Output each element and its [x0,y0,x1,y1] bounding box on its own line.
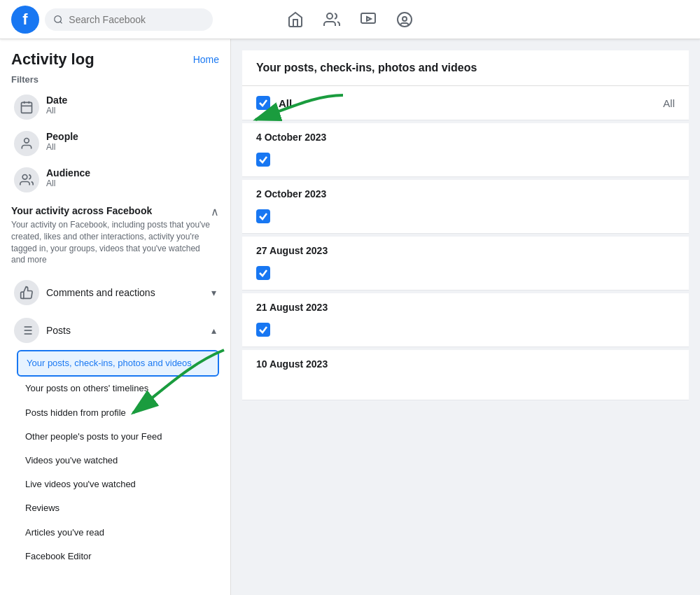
date-section-5: 10 August 2023 [242,347,689,400]
sub-item-articles[interactable]: Articles you've read [17,521,219,545]
filter-audience-text: Audience All [46,167,90,188]
date-section-3: 27 August 2023 [242,234,689,290]
nav-icons [279,3,421,36]
svg-point-0 [55,15,62,22]
comments-reactions-label: Comments and reactions [46,287,155,298]
main-layout: Activity log Home Filters Date All Peopl… [0,39,700,595]
posts-chevron: ▴ [211,325,216,336]
date-checkbox-1[interactable] [256,153,270,167]
sub-item-fb-editor[interactable]: Facebook Editor [17,545,219,568]
posts-sub-items: Your posts, check-ins, photos and videos… [11,350,219,568]
search-bar[interactable] [45,8,213,31]
watch-nav-button[interactable] [351,3,385,36]
profile-nav-button[interactable] [388,3,421,36]
top-nav: f [0,0,700,39]
all-label: All [279,97,292,109]
filter-people-text: People All [46,131,78,152]
date-checkbox-2[interactable] [256,209,270,223]
date-row-1 [242,146,689,177]
date-header-2: 2 October 2023 [242,180,689,202]
date-icon [14,94,39,120]
content-card: Your posts, check-ins, photos and videos… [242,50,689,400]
all-row-left: All [256,96,292,110]
sub-item-reviews[interactable]: Reviews [17,496,219,520]
section-title: Your posts, check-ins, photos and videos [242,50,689,86]
your-activity-desc: Your activity on Facebook, including pos… [11,219,211,266]
date-header-4: 21 August 2023 [242,293,689,316]
posts-category[interactable]: Posts ▴ [11,312,219,349]
comments-reactions-category[interactable]: Comments and reactions ▾ [11,274,219,311]
sub-item-videos-watched[interactable]: Videos you've watched [17,449,219,472]
your-activity-section: Your activity across Facebook Your activ… [11,205,219,568]
home-nav-button[interactable] [279,3,312,36]
audience-icon [14,167,39,192]
thumbs-up-icon [14,280,39,305]
filter-audience[interactable]: Audience All [11,163,219,197]
friends-nav-button[interactable] [315,3,349,36]
date-row-5 [242,372,689,400]
date-section-4: 21 August 2023 [242,290,689,347]
comments-reactions-left: Comments and reactions [14,280,155,305]
search-input[interactable] [69,14,204,25]
date-row-3 [242,259,689,290]
all-checkbox[interactable] [256,96,270,110]
comments-reactions-chevron: ▾ [211,287,216,298]
search-icon [53,14,63,25]
filters-label: Filters [11,74,219,85]
svg-rect-5 [22,102,32,113]
all-value: All [663,97,675,109]
filter-date[interactable]: Date All [11,90,219,124]
date-header-5: 10 August 2023 [242,350,689,372]
filter-date-text: Date All [46,94,67,115]
date-section-1: 4 October 2023 [242,120,689,177]
facebook-logo[interactable]: f [11,6,39,34]
svg-point-10 [22,175,27,180]
all-row: All All [242,86,689,120]
date-header-3: 27 August 2023 [242,237,689,259]
sub-item-live-videos[interactable]: Live videos you've watched [17,472,219,496]
home-link[interactable]: Home [193,54,219,65]
your-activity-header: Your activity across Facebook [11,205,211,216]
sub-item-posts-others[interactable]: Your posts on others' timelines [17,377,219,400]
sub-item-your-posts[interactable]: Your posts, check-ins, photos and videos [17,350,219,377]
filter-people[interactable]: People All [11,127,219,160]
svg-point-4 [398,13,412,27]
date-row-4 [242,316,689,347]
date-checkbox-3[interactable] [256,266,270,280]
date-checkbox-4[interactable] [256,323,270,337]
sidebar: Activity log Home Filters Date All Peopl… [0,39,231,595]
svg-marker-3 [367,17,371,21]
collapse-button[interactable]: ∧ [211,205,219,218]
svg-point-9 [24,139,29,144]
sub-item-hidden-posts[interactable]: Posts hidden from profile [17,401,219,425]
sub-item-others-posts[interactable]: Other people's posts to your Feed [17,425,219,449]
sidebar-title: Activity log [11,50,94,69]
date-section-2: 2 October 2023 [242,177,689,234]
date-header-1: 4 October 2023 [242,123,689,146]
sidebar-header: Activity log Home [11,50,219,69]
people-icon [14,131,39,156]
main-content: Your posts, check-ins, photos and videos… [231,39,700,595]
posts-cat-left: Posts [14,318,71,343]
svg-point-1 [327,13,332,19]
posts-label: Posts [46,325,71,336]
date-row-2 [242,202,689,234]
posts-icon [14,318,39,343]
